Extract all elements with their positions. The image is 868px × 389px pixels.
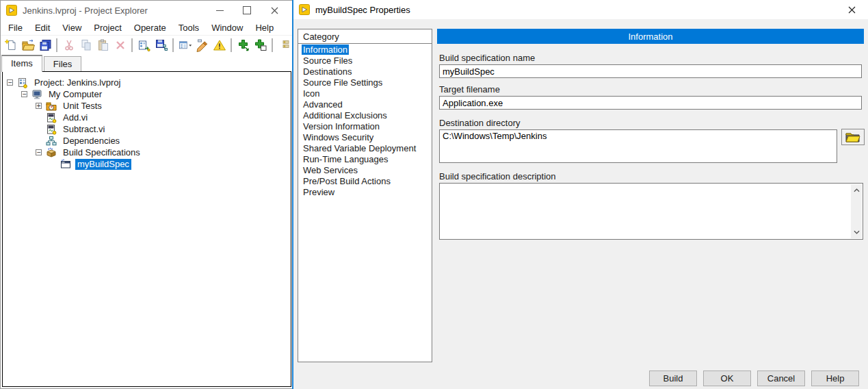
tree-item-unit-tests[interactable]: +Unit Tests [3, 100, 291, 112]
tree-item-dependencies[interactable]: Dependencies [3, 135, 291, 147]
tree-item-subtract-vi[interactable]: Subtract.vi [3, 123, 291, 135]
category-additional-exclusions[interactable]: Additional Exclusions [298, 110, 432, 121]
tree-item-project-jenkins-lvproj[interactable]: −Project: Jenkins.lvproj [3, 77, 291, 88]
category-web-services[interactable]: Web Services [298, 165, 432, 176]
description-scrollbar[interactable] [851, 184, 862, 238]
cut-button[interactable] [60, 37, 77, 53]
tree-item-add-vi[interactable]: Add.vi [3, 112, 291, 123]
open-folder-icon [21, 38, 35, 52]
files-view-button[interactable] [176, 37, 194, 53]
files-view-icon [179, 38, 192, 52]
scroll-up-button[interactable] [852, 186, 861, 195]
category-panel: Category InformationSource FilesDestinat… [298, 29, 432, 362]
category-source-files[interactable]: Source Files [298, 55, 432, 66]
copy-button[interactable] [77, 37, 94, 53]
labview-app-icon [299, 4, 310, 15]
category-destinations[interactable]: Destinations [298, 66, 432, 77]
category-run-time-languages[interactable]: Run-Time Languages [298, 154, 432, 165]
build-button[interactable]: Build [649, 371, 697, 386]
scroll-down-button[interactable] [852, 227, 861, 237]
collapse-toggle-icon[interactable]: − [7, 79, 13, 86]
browse-folder-button[interactable] [841, 129, 865, 145]
paste-button[interactable] [94, 37, 111, 53]
unit-tests-folder-icon [46, 101, 57, 112]
explorer-titlebar: Jenkins.lvproj - Project Explorer [1, 1, 292, 20]
menu-file[interactable]: File [2, 21, 29, 34]
save-all-icon [38, 38, 52, 52]
edit-source-icon [196, 38, 209, 52]
buildspec-name-input[interactable] [439, 64, 862, 78]
tab-files[interactable]: Files [44, 56, 81, 72]
deploy-button[interactable] [135, 37, 153, 53]
collapse-toggle-icon[interactable]: − [21, 91, 27, 97]
tab-bar: ItemsFiles [1, 55, 292, 72]
destination-directory-label: Destination directory [439, 118, 521, 128]
close-button[interactable] [261, 1, 288, 20]
dialog-title: myBuildSpec Properties [315, 5, 410, 15]
buildspec-description-input[interactable] [440, 184, 850, 239]
target-filename-input[interactable] [439, 96, 862, 110]
category-advanced[interactable]: Advanced [298, 99, 432, 110]
category-information[interactable]: Information [298, 45, 432, 55]
category-label: Version Information [303, 121, 380, 131]
tree-item-label: Unit Tests [61, 101, 104, 112]
tree-item-label: Dependencies [61, 136, 122, 147]
menu-operate[interactable]: Operate [128, 21, 172, 34]
toolbar-group [135, 37, 170, 53]
menu-tools[interactable]: Tools [172, 21, 205, 34]
ok-button[interactable]: OK [703, 371, 751, 386]
tree-item-build-specifications[interactable]: −Build Specifications [3, 147, 291, 158]
toolbar-group [2, 37, 53, 53]
partial-toolbar-button[interactable] [276, 37, 293, 53]
vi-icon [46, 112, 57, 123]
new-file-icon [4, 38, 18, 52]
project-tree: −Project: Jenkins.lvproj−My Computer+Uni… [2, 71, 291, 387]
toolbar-group [60, 37, 129, 53]
category-label: Run-Time Languages [303, 154, 389, 164]
delete-icon [114, 38, 127, 52]
paste-icon [96, 38, 110, 52]
open-folder-button[interactable] [19, 37, 36, 53]
category-label: Windows Security [303, 132, 373, 142]
menu-project[interactable]: Project [88, 21, 127, 34]
dialog-close-button[interactable] [838, 0, 865, 19]
category-pre-post-build-actions[interactable]: Pre/Post Build Actions [298, 176, 432, 187]
minimize-button[interactable] [206, 1, 233, 20]
category-icon[interactable]: Icon [298, 88, 432, 99]
tab-items[interactable]: Items [1, 55, 42, 72]
delete-button[interactable] [111, 37, 129, 53]
save-all-button[interactable] [36, 37, 53, 53]
menu-bar: FileEditViewProjectOperateToolsWindowHel… [1, 20, 292, 35]
warning-button[interactable] [211, 37, 228, 53]
cancel-button[interactable]: Cancel [757, 371, 805, 386]
edit-source-button[interactable] [194, 37, 211, 53]
menu-view[interactable]: View [56, 21, 88, 34]
category-windows-security[interactable]: Windows Security [298, 132, 432, 143]
expand-toggle-icon[interactable]: + [36, 103, 42, 109]
warning-icon [213, 38, 226, 52]
add-item-button[interactable] [252, 37, 269, 53]
category-preview[interactable]: Preview [298, 187, 432, 198]
category-shared-variable-deployment[interactable]: Shared Variable Deployment [298, 143, 432, 154]
category-version-information[interactable]: Version Information [298, 121, 432, 132]
chevron-up-icon [854, 188, 860, 192]
category-label: Web Services [303, 165, 358, 175]
menu-edit[interactable]: Edit [29, 21, 56, 34]
tree-item-my-computer[interactable]: −My Computer [3, 88, 291, 100]
tree-item-mybuildspec[interactable]: myBuildSpec [3, 158, 291, 170]
category-source-file-settings[interactable]: Source File Settings [298, 77, 432, 88]
menu-window[interactable]: Window [205, 21, 249, 34]
destination-directory-input[interactable]: C:\Windows\Temp\Jenkins [439, 129, 837, 163]
save-hierarchy-button[interactable] [153, 37, 170, 53]
category-label: Shared Variable Deployment [303, 143, 416, 153]
new-file-button[interactable] [2, 37, 19, 53]
maximize-button[interactable] [233, 1, 261, 20]
cut-icon [62, 38, 76, 52]
toolbar-separator [131, 38, 133, 52]
collapse-toggle-icon[interactable]: − [36, 149, 42, 155]
save-hierarchy-icon [155, 38, 168, 52]
partial-toolbar-icon [278, 38, 291, 52]
add-include-button[interactable] [235, 37, 252, 53]
help-button[interactable]: Help [811, 371, 859, 386]
menu-help[interactable]: Help [249, 21, 280, 34]
